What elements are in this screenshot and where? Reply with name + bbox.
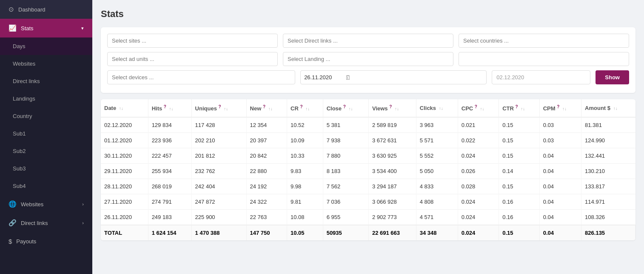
sidebar-item-websites2[interactable]: 🌐 Websites › — [0, 195, 92, 213]
col-uniques[interactable]: Uniques ? ↑↓ — [191, 99, 246, 117]
cell-ctr: 0.15 — [499, 133, 539, 148]
table-row: 28.11.2020268 019242 40424 1929.987 5623… — [101, 179, 635, 194]
dollar-icon: $ — [9, 238, 12, 245]
cell-date: 26.11.2020 — [101, 210, 148, 225]
ad-units-input[interactable] — [107, 52, 278, 66]
cell-cpm: 0.04 — [539, 210, 581, 225]
cell-cr: 10.52 — [287, 117, 323, 133]
sidebar-item-label: Sub2 — [13, 148, 26, 154]
cell-new: 24 322 — [246, 194, 287, 210]
total-views: 22 691 663 — [368, 225, 416, 240]
cell-amount: 108.326 — [581, 210, 635, 225]
cell-clicks: 5 571 — [416, 133, 458, 148]
filter-row-2 — [107, 52, 629, 66]
total-cpc: 0.024 — [458, 225, 499, 240]
sidebar-item-direct-links[interactable]: Direct links — [0, 72, 92, 90]
cell-views: 3 630 925 — [368, 148, 416, 164]
extra-input[interactable] — [459, 52, 629, 66]
col-clicks[interactable]: Clicks ↑↓ — [416, 99, 458, 117]
sidebar-item-sub4[interactable]: Sub4 — [0, 177, 92, 195]
sidebar-item-label: Country — [13, 113, 32, 119]
cell-uniques: 232 762 — [191, 164, 246, 179]
sidebar-item-label: Websites — [21, 201, 43, 208]
cell-amount: 133.817 — [581, 179, 635, 194]
sidebar-item-country[interactable]: Country — [0, 107, 92, 125]
cell-amount: 124.990 — [581, 133, 635, 148]
col-cpm[interactable]: CPM ? ↑↓ — [539, 99, 581, 117]
sidebar-item-label: Dashboard — [18, 6, 46, 13]
sidebar-item-label: Payouts — [16, 238, 36, 245]
cell-views: 3 294 187 — [368, 179, 416, 194]
cell-uniques: 247 872 — [191, 194, 246, 210]
sidebar-item-websites[interactable]: Websites — [0, 55, 92, 72]
sidebar-item-direct-links2[interactable]: 🔗 Direct links › — [0, 213, 92, 232]
cell-amount: 130.210 — [581, 164, 635, 179]
cell-hits: 222 457 — [148, 148, 191, 164]
table-row: 27.11.2020274 791247 87224 3229.817 0363… — [101, 194, 635, 210]
col-date[interactable]: Date ↑↓ — [101, 99, 148, 117]
sidebar: ⊙ Dashboard 📈 Stats ▾ Days Websites Dire… — [0, 0, 92, 274]
date-from-input[interactable] — [304, 74, 342, 81]
col-hits[interactable]: Hits ? ↑↓ — [148, 99, 191, 117]
cell-close: 7 880 — [323, 148, 368, 164]
date-to-input[interactable] — [492, 70, 590, 84]
cell-date: 01.12.2020 — [101, 133, 148, 148]
sort-icon: ↑↓ — [169, 107, 174, 111]
sidebar-item-stats[interactable]: 📈 Stats ▾ — [0, 19, 92, 37]
devices-input[interactable] — [107, 70, 295, 84]
sidebar-item-sub3[interactable]: Sub3 — [0, 160, 92, 177]
cell-uniques: 117 428 — [191, 117, 246, 133]
cell-uniques: 202 210 — [191, 133, 246, 148]
cell-cpc: 0.024 — [458, 210, 499, 225]
cell-amount: 114.971 — [581, 194, 635, 210]
countries-input[interactable] — [459, 34, 629, 48]
dashboard-icon: ⊙ — [9, 6, 14, 13]
cell-cpc: 0.026 — [458, 164, 499, 179]
col-close[interactable]: Close ? ↑↓ — [323, 99, 368, 117]
cell-views: 2 902 773 — [368, 210, 416, 225]
cell-new: 12 354 — [246, 117, 287, 133]
cell-cpm: 0.04 — [539, 179, 581, 194]
cell-cr: 10.33 — [287, 148, 323, 164]
date-from-wrapper: 🗓 — [300, 70, 487, 84]
sidebar-item-sub2[interactable]: Sub2 — [0, 142, 92, 160]
sidebar-item-dashboard[interactable]: ⊙ Dashboard — [0, 0, 92, 19]
sort-icon: ↑↓ — [395, 107, 399, 111]
sidebar-item-label: Stats — [21, 25, 34, 32]
sidebar-item-sub1[interactable]: Sub1 — [0, 125, 92, 142]
cell-views: 3 672 631 — [368, 133, 416, 148]
sidebar-item-payouts[interactable]: $ Payouts — [0, 232, 92, 251]
sort-icon: ↑↓ — [224, 107, 228, 111]
total-new: 147 750 — [246, 225, 287, 240]
sites-input[interactable] — [107, 34, 278, 48]
filter-card: 🗓 Show — [101, 27, 635, 93]
col-cr[interactable]: CR ? ↑↓ — [287, 99, 323, 117]
cell-close: 7 938 — [323, 133, 368, 148]
col-amount[interactable]: Amount $ ↑↓ — [581, 99, 635, 117]
cell-date: 27.11.2020 — [101, 194, 148, 210]
col-cpc[interactable]: CPC ? ↑↓ — [458, 99, 499, 117]
col-views[interactable]: Views ? ↑↓ — [368, 99, 416, 117]
cell-cpc: 0.028 — [458, 179, 499, 194]
cell-new: 22 880 — [246, 164, 287, 179]
total-clicks: 34 348 — [416, 225, 458, 240]
show-button[interactable]: Show — [596, 70, 629, 84]
landing-input[interactable] — [283, 52, 453, 66]
sidebar-item-landings[interactable]: Landings — [0, 90, 92, 107]
cell-hits: 268 019 — [148, 179, 191, 194]
col-ctr[interactable]: CTR ? ↑↓ — [499, 99, 539, 117]
cell-cr: 9.83 — [287, 164, 323, 179]
cell-uniques: 242 404 — [191, 179, 246, 194]
cell-uniques: 225 900 — [191, 210, 246, 225]
cell-cpc: 0.022 — [458, 133, 499, 148]
col-new[interactable]: New ? ↑↓ — [246, 99, 287, 117]
sort-icon: ↑↓ — [119, 106, 123, 111]
sidebar-item-days[interactable]: Days — [0, 37, 92, 55]
cell-new: 20 842 — [246, 148, 287, 164]
cell-clicks: 5 552 — [416, 148, 458, 164]
table-row: 01.12.2020223 936202 21020 39710.097 938… — [101, 133, 635, 148]
cell-ctr: 0.15 — [499, 117, 539, 133]
filter-row-3: 🗓 Show — [107, 70, 629, 84]
direct-links-input[interactable] — [283, 34, 453, 48]
sort-icon: ↑↓ — [305, 107, 310, 111]
